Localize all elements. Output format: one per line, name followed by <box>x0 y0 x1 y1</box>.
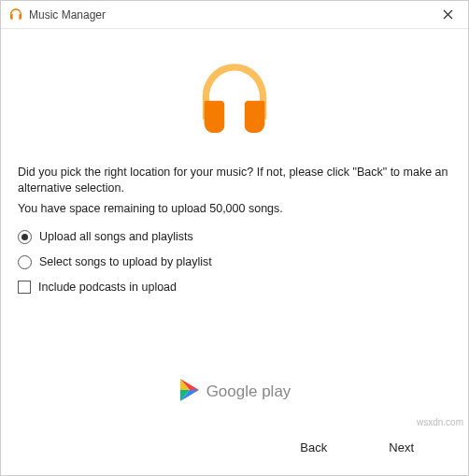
google-play-text: Google play <box>206 382 291 401</box>
headphones-icon <box>8 7 23 22</box>
nav-buttons: Back Next <box>18 424 451 475</box>
prompt-text: Did you pick the right location for your… <box>18 165 451 196</box>
close-icon <box>443 7 453 22</box>
watermark-text: wsxdn.com <box>417 417 463 427</box>
play-triangle-icon <box>178 378 201 405</box>
option-label: Select songs to upload by playlist <box>39 255 212 268</box>
headphones-large-icon <box>192 57 277 144</box>
window-title: Music Manager <box>29 8 434 22</box>
content-area: Did you pick the right location for your… <box>1 29 468 475</box>
app-window: Music Manager Did you pick the right loc… <box>0 0 469 476</box>
next-button[interactable]: Next <box>381 437 421 458</box>
titlebar: Music Manager <box>1 1 468 29</box>
option-upload-all[interactable]: Upload all songs and playlists <box>18 230 451 244</box>
back-button[interactable]: Back <box>292 437 334 458</box>
google-play-logo: Google play <box>18 365 451 424</box>
option-label: Upload all songs and playlists <box>39 230 193 243</box>
radio-icon <box>18 255 32 269</box>
close-button[interactable] <box>434 5 461 25</box>
status-text: You have space remaining to upload 50,00… <box>18 202 451 215</box>
option-select-by-playlist[interactable]: Select songs to upload by playlist <box>18 255 451 269</box>
option-label: Include podcasts in upload <box>38 281 177 294</box>
hero-image <box>18 46 451 165</box>
checkbox-icon <box>18 281 31 294</box>
option-include-podcasts[interactable]: Include podcasts in upload <box>18 281 451 294</box>
radio-icon <box>18 230 32 244</box>
